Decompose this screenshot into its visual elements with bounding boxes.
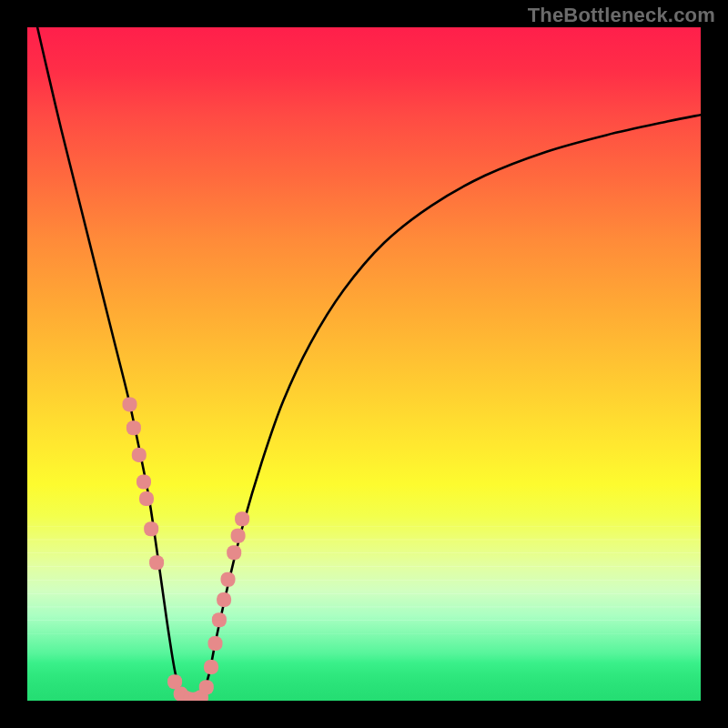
highlight-point <box>139 491 154 506</box>
highlight-point <box>204 660 218 674</box>
highlight-point <box>132 448 147 462</box>
highlight-point <box>144 521 158 536</box>
watermark-text: TheBottleneck.com <box>528 4 715 27</box>
highlight-point <box>217 592 231 607</box>
highlight-point <box>231 529 246 543</box>
highlight-point <box>199 680 214 694</box>
chart-container: TheBottleneck.com <box>0 0 728 728</box>
highlight-point <box>123 397 137 411</box>
highlight-point <box>126 420 141 435</box>
plot-area <box>27 27 701 701</box>
points-layer <box>27 27 701 701</box>
highlight-point <box>208 636 223 651</box>
highlight-point <box>136 475 151 490</box>
highlight-point <box>221 572 236 587</box>
highlight-point <box>227 545 241 560</box>
highlight-point <box>149 555 164 570</box>
highlight-point <box>235 511 249 526</box>
highlight-points <box>123 397 250 701</box>
highlight-point <box>212 612 227 627</box>
